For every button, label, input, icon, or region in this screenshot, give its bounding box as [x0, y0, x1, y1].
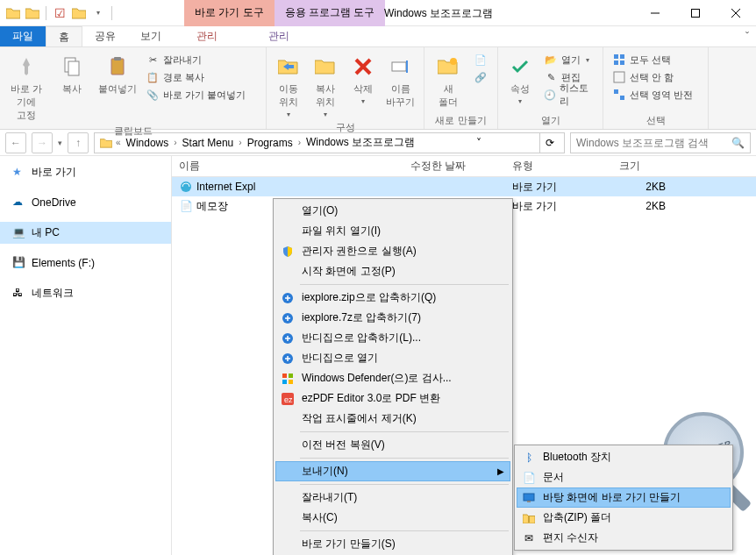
refresh-icon[interactable]: ⟳: [539, 133, 560, 153]
copy-label: 복사: [62, 82, 82, 96]
bluetooth-icon: ᛒ: [520, 451, 538, 465]
contextual-tab-app-tools[interactable]: 응용 프로그램 도구: [275, 0, 386, 26]
ctx-cut[interactable]: 잘라내기(T): [275, 487, 510, 508]
tab-home[interactable]: 홈: [46, 26, 82, 46]
svg-rect-31: [524, 494, 534, 501]
ie-icon: [179, 180, 193, 194]
ctx-pin-start[interactable]: 시작 화면에 고정(P): [275, 261, 510, 281]
paste-shortcut-button[interactable]: 📎바로 가기 붙여넣기: [142, 86, 249, 103]
copy-button[interactable]: 복사: [51, 51, 93, 97]
delete-button[interactable]: 삭제▾: [346, 51, 380, 107]
minimize-button[interactable]: [635, 0, 675, 26]
sidebar-item-drive[interactable]: 💾Elements (F:): [0, 253, 171, 274]
search-input[interactable]: [576, 137, 731, 149]
sidebar-item-quick-access[interactable]: ★바로 가기: [0, 161, 171, 183]
tab-share[interactable]: 공유: [82, 26, 128, 46]
sub-bluetooth[interactable]: ᛒBluetooth 장치: [517, 447, 731, 467]
rename-button[interactable]: 이름 바꾸기: [383, 51, 418, 110]
context-submenu-send-to: ᛒBluetooth 장치 📄문서 바탕 화면에 바로 가기 만들기 압축(ZI…: [514, 445, 733, 551]
ctx-zip-7z[interactable]: iexplore.7z로 압축하기(7): [275, 308, 510, 328]
ctx-send-to[interactable]: 보내기(N)▶: [275, 461, 510, 481]
tab-manage-app[interactable]: 관리: [256, 26, 302, 46]
paste-button[interactable]: 붙여넣기: [96, 51, 139, 97]
svg-rect-5: [68, 61, 79, 75]
sidebar-item-this-pc[interactable]: 💻내 PC: [0, 222, 171, 244]
ctx-bandizip-compress[interactable]: 반디집으로 압축하기(L)...: [275, 328, 510, 348]
open-button[interactable]: 📂열기▾: [540, 51, 597, 68]
copy-path-button[interactable]: 📋경로 복사: [142, 68, 249, 86]
file-row[interactable]: Internet Expl 바로 가기 2KB: [172, 177, 756, 196]
sidebar-item-network[interactable]: 🖧네트워크: [0, 282, 171, 304]
new-item-button[interactable]: 📄: [470, 51, 491, 68]
select-none-button[interactable]: 선택 안 함: [609, 68, 696, 86]
search-icon[interactable]: 🔍: [731, 137, 745, 149]
column-date[interactable]: 수정한 날짜: [403, 159, 505, 174]
sub-zip-folder[interactable]: 압축(ZIP) 폴더: [517, 508, 731, 528]
recent-dropdown-icon[interactable]: ▾: [58, 139, 62, 147]
select-all-button[interactable]: 모두 선택: [609, 51, 696, 68]
tab-manage-shortcut[interactable]: 관리: [184, 26, 230, 46]
contextual-tab-shortcut-tools[interactable]: 바로 가기 도구: [184, 0, 275, 26]
folder-copy-icon: [311, 53, 339, 81]
pin-to-quick-access-button[interactable]: 바로 가기에 고정: [5, 51, 47, 124]
ctx-defender[interactable]: Windows Defender(으)로 검사...: [275, 368, 510, 388]
copy-to-button[interactable]: 복사 위치▾: [309, 51, 342, 120]
ribbon-collapse-icon[interactable]: ˇ: [738, 26, 756, 46]
breadcrumb-seg[interactable]: Windows: [123, 137, 173, 149]
column-name[interactable]: 이름: [172, 159, 403, 174]
bandizip-icon: [279, 291, 296, 305]
sidebar-item-onedrive[interactable]: ☁OneDrive: [0, 192, 171, 213]
chevron-icon[interactable]: ›: [239, 138, 241, 147]
sub-mail-recipient[interactable]: ✉편지 수신자: [517, 528, 731, 548]
up-button[interactable]: ↑: [68, 132, 89, 153]
move-to-button[interactable]: 이동 위치▾: [272, 51, 305, 120]
column-type[interactable]: 유형: [505, 159, 612, 174]
chevron-icon[interactable]: «: [116, 138, 121, 147]
new-folder-button[interactable]: 새 폴더: [430, 51, 467, 110]
ctx-run-admin[interactable]: 관리자 권한으로 실행(A): [275, 241, 510, 261]
mail-icon: ✉: [520, 531, 538, 545]
chevron-icon[interactable]: ›: [174, 138, 176, 147]
ctx-zip-iexplore[interactable]: iexplore.zip으로 압축하기(Q): [275, 288, 510, 308]
ezpdf-icon: ez: [279, 392, 296, 406]
cut-button[interactable]: ✂잘라내기: [142, 51, 249, 68]
breadcrumb-seg[interactable]: Programs: [244, 137, 296, 149]
chevron-icon[interactable]: ›: [298, 138, 301, 147]
ctx-unpin-taskbar[interactable]: 작업 표시줄에서 제거(K): [275, 409, 510, 429]
properties-button[interactable]: 속성▾: [503, 51, 537, 107]
select-none-icon: [612, 70, 626, 84]
ctx-create-shortcut[interactable]: 바로 가기 만들기(S): [275, 534, 510, 554]
folder-icon: [5, 5, 21, 21]
search-box[interactable]: 🔍: [570, 132, 751, 153]
breadcrumb-seg[interactable]: Windows 보조프로그램: [303, 135, 418, 150]
group-label-open: 열기: [503, 113, 597, 127]
tab-file[interactable]: 파일: [0, 26, 46, 46]
ctx-ezpdf[interactable]: ezezPDF Editor 3.0로 PDF 변환: [275, 388, 510, 409]
sub-documents[interactable]: 📄문서: [517, 467, 731, 487]
ctx-open-location[interactable]: 파일 위치 열기(I): [275, 221, 510, 241]
easy-access-button[interactable]: 🔗: [470, 68, 491, 86]
ribbon-tabs: 파일 홈 공유 보기 관리 관리 ˇ: [0, 26, 756, 47]
link-icon: 🔗: [474, 70, 488, 84]
breadcrumb[interactable]: « Windows › Start Menu › Programs › Wind…: [94, 132, 565, 153]
forward-button[interactable]: →: [32, 132, 53, 153]
column-size[interactable]: 크기: [612, 159, 682, 174]
svg-rect-11: [406, 60, 408, 73]
address-dropdown-icon[interactable]: ˅: [468, 133, 489, 153]
back-button[interactable]: ←: [5, 132, 26, 153]
svg-rect-28: [289, 380, 293, 384]
ctx-copy[interactable]: 복사(C): [275, 508, 510, 528]
invert-selection-button[interactable]: 선택 영역 반전: [609, 86, 696, 103]
breadcrumb-seg[interactable]: Start Menu: [179, 137, 238, 149]
tab-view[interactable]: 보기: [128, 26, 174, 46]
history-button[interactable]: 🕘히스토리: [540, 86, 597, 103]
close-button[interactable]: [716, 0, 756, 26]
maximize-button[interactable]: [675, 0, 716, 26]
ctx-restore-previous[interactable]: 이전 버전 복원(V): [275, 435, 510, 455]
qat-dropdown-icon[interactable]: ▾: [90, 5, 106, 21]
sub-desktop-shortcut[interactable]: 바탕 화면에 바로 가기 만들기: [517, 487, 731, 508]
ctx-open[interactable]: 열기(O): [275, 201, 510, 221]
ctx-bandizip-open[interactable]: 반디집으로 열기: [275, 348, 510, 368]
rename-icon: [387, 53, 415, 81]
checkbox-checked-icon[interactable]: ☑: [52, 5, 68, 21]
